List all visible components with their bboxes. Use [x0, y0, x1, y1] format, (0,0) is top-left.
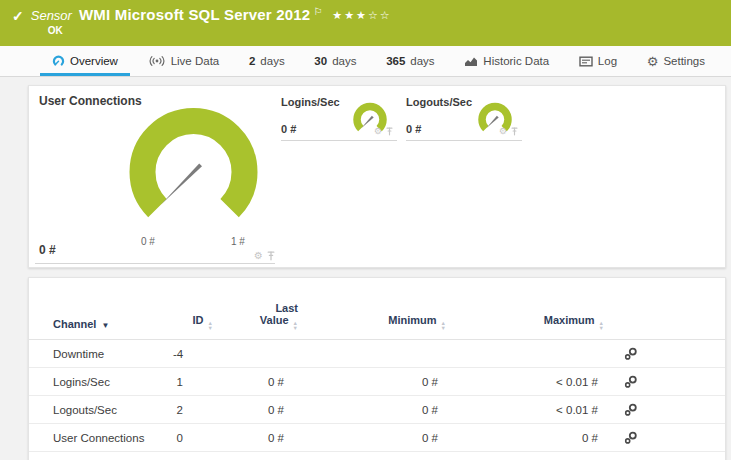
- sensor-status-text: OK: [48, 25, 392, 36]
- channel-id: 1: [173, 376, 213, 388]
- gauge-icon: [52, 55, 65, 68]
- channel-last-value: 0 #: [213, 376, 298, 388]
- table-row: Logins/Sec 1 0 # 0 # < 0.01 #: [29, 368, 725, 396]
- column-header-id[interactable]: ID▲▼: [173, 314, 213, 330]
- tab-365-days[interactable]: 365 days: [374, 46, 446, 76]
- pin-icon[interactable]: [386, 122, 393, 140]
- tab-overview-label: Overview: [70, 55, 118, 67]
- logins-gauge-actions: ⚙: [374, 122, 393, 140]
- channel-settings-gears-icon[interactable]: [604, 403, 725, 416]
- table-row: User Connections 0 0 # 0 # 0 #: [29, 424, 725, 452]
- logouts-gauge-value: 0 #: [406, 123, 421, 135]
- logouts-gauge-block: Logouts/Sec 0 # ⚙: [406, 96, 522, 141]
- gauge-needle: [161, 164, 202, 205]
- tab-2-days-label: days: [260, 55, 284, 67]
- gear-icon[interactable]: ⚙: [254, 251, 263, 261]
- sort-icon: ▲▼: [599, 321, 604, 330]
- column-header-maximum[interactable]: Maximum▲▼: [446, 314, 604, 330]
- column-header-minimum[interactable]: Minimum▲▼: [298, 314, 446, 330]
- channel-settings-gears-icon[interactable]: [604, 347, 725, 360]
- sensor-heading: Sensor WMI Microsoft SQL Server 2012 ⚐ ★…: [31, 6, 392, 36]
- gauge-needle: [486, 116, 499, 129]
- channel-maximum: < 0.01 #: [446, 404, 604, 416]
- table-row: Logouts/Sec 2 0 # 0 # < 0.01 #: [29, 396, 725, 424]
- tab-365-days-number: 365: [386, 55, 405, 67]
- user-connections-gauge: [121, 102, 266, 247]
- priority-stars[interactable]: ★★★☆☆: [332, 9, 391, 22]
- sensor-overview-page: ✓ Sensor WMI Microsoft SQL Server 2012 ⚐…: [0, 0, 731, 460]
- tab-log[interactable]: Log: [567, 46, 629, 76]
- tab-30-days-label: days: [332, 55, 356, 67]
- tab-bar: Overview Live Data 2 days 30: [0, 46, 731, 77]
- channel-name: Logouts/Sec: [53, 404, 173, 416]
- tab-historic-data-label: Historic Data: [483, 55, 549, 67]
- tab-live-data[interactable]: Live Data: [136, 46, 232, 76]
- tab-2-days[interactable]: 2 days: [237, 46, 297, 76]
- ok-check-icon: ✓: [12, 8, 24, 24]
- gear-icon[interactable]: ⚙: [499, 127, 507, 136]
- channel-id: 2: [173, 404, 213, 416]
- main-gauge-scale-min: 0 #: [141, 236, 155, 247]
- channel-id: 0: [173, 432, 213, 444]
- main-gauge-value: 0 #: [39, 243, 56, 257]
- tab-historic-data[interactable]: Historic Data: [452, 46, 561, 76]
- divider: [35, 263, 275, 264]
- logins-gauge-block: Logins/Sec 0 # ⚙: [281, 96, 397, 141]
- tab-30-days[interactable]: 30 days: [302, 46, 368, 76]
- channel-name: User Connections: [53, 432, 173, 444]
- column-header-channel[interactable]: Channel▼: [53, 318, 173, 330]
- logins-gauge-title: Logins/Sec: [281, 96, 340, 108]
- tab-overview[interactable]: Overview: [40, 46, 130, 76]
- sort-desc-icon: ▼: [101, 321, 109, 330]
- channel-last-value: 0 #: [213, 432, 298, 444]
- table-row: Downtime -4: [29, 340, 725, 368]
- channel-name: Logins/Sec: [53, 376, 173, 388]
- channel-maximum: < 0.01 #: [446, 376, 604, 388]
- logouts-gauge-title: Logouts/Sec: [406, 96, 472, 108]
- channel-minimum: 0 #: [298, 376, 446, 388]
- logouts-gauge-actions: ⚙: [499, 122, 518, 140]
- channels-table-panel: Channel▼ ID▲▼ Last Value▲▼ Minimum▲▼ Max…: [28, 277, 726, 460]
- channel-settings-gears-icon[interactable]: [604, 375, 725, 388]
- pin-icon[interactable]: [511, 122, 518, 140]
- tab-log-label: Log: [598, 55, 617, 67]
- channel-settings-gears-icon[interactable]: [604, 431, 725, 444]
- channel-id: -4: [173, 348, 213, 360]
- logins-gauge-value: 0 #: [281, 123, 296, 135]
- gear-icon[interactable]: ⚙: [374, 127, 382, 136]
- tab-settings[interactable]: ⚙ Settings: [635, 46, 717, 76]
- channel-maximum: 0 #: [446, 432, 604, 444]
- channel-minimum: 0 #: [298, 404, 446, 416]
- tab-30-days-number: 30: [314, 55, 327, 67]
- tab-2-days-number: 2: [249, 55, 255, 67]
- channel-last-value: 0 #: [213, 404, 298, 416]
- flag-icon[interactable]: ⚐: [313, 6, 322, 17]
- broadcast-icon: [148, 55, 166, 67]
- sensor-title: WMI Microsoft SQL Server 2012: [79, 6, 310, 23]
- sensor-type-label: Sensor: [31, 8, 72, 23]
- main-gauge-scale-max: 1 #: [231, 236, 245, 247]
- log-list-icon: [579, 56, 593, 67]
- gear-icon: ⚙: [647, 55, 659, 68]
- gauge-needle: [361, 116, 374, 129]
- column-header-last-value[interactable]: Last Value▲▼: [213, 302, 298, 330]
- tab-settings-label: Settings: [663, 55, 705, 67]
- sensor-status-bar: ✓ Sensor WMI Microsoft SQL Server 2012 ⚐…: [0, 0, 731, 46]
- gauges-panel: User Connections 0 # 1 # 0 # ⚙: [28, 85, 726, 268]
- table-header-row: Channel▼ ID▲▼ Last Value▲▼ Minimum▲▼ Max…: [29, 278, 725, 340]
- tab-365-days-label: days: [410, 55, 434, 67]
- area-chart-icon: [464, 56, 478, 67]
- channel-minimum: 0 #: [298, 432, 446, 444]
- tab-live-data-label: Live Data: [171, 55, 220, 67]
- channel-name: Downtime: [53, 348, 173, 360]
